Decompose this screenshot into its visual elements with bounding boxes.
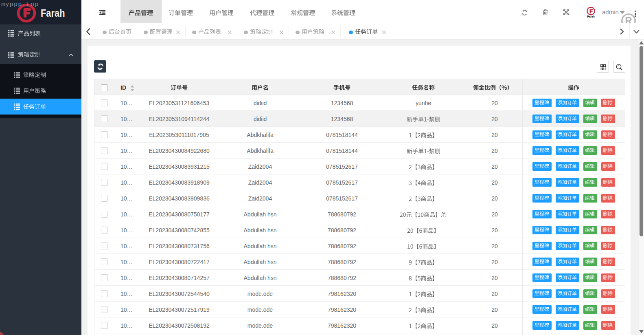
svg-text:R: R (625, 15, 632, 23)
svg-text:Farah: Farah (587, 15, 595, 18)
